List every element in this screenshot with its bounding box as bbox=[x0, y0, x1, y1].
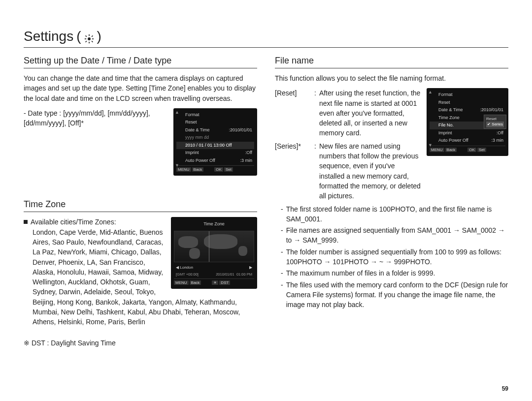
svg-rect-3 bbox=[84, 38, 86, 39]
lcd-file-format: Format bbox=[438, 92, 453, 98]
down-arrow-icon: ▼ bbox=[175, 162, 179, 169]
bullet-1: The first stored folder name is 100PHOTO… bbox=[286, 204, 508, 224]
lcd-timezone-screenshot: Time Zone ◀ London ▶ [GMT +00:00] 2010/0… bbox=[171, 217, 257, 289]
dash-icon: - bbox=[281, 225, 283, 246]
reset-definition: [Reset] : After using the reset function… bbox=[275, 88, 422, 138]
filename-bullets: -The first stored folder name is 100PHOT… bbox=[275, 204, 508, 310]
dst-note: ※ DST : Daylight Saving Time bbox=[24, 338, 257, 348]
def-colon-1: : bbox=[314, 88, 316, 138]
ok-badge-2: OK bbox=[467, 148, 476, 152]
lcd-fileno-screenshot: ▲ Format Reset Date & Time:2010/01/01 Ti… bbox=[427, 88, 508, 156]
down-arrow-icon-2: ▼ bbox=[428, 142, 432, 149]
filename-intro: This function allows you to select the f… bbox=[275, 73, 508, 83]
bullet-3: The folder number is assigned sequential… bbox=[286, 247, 508, 267]
lcd-date-set: Set bbox=[224, 167, 233, 172]
lcd-date-dt: Date & Time bbox=[185, 127, 210, 134]
lcd-file-dt: Date & Time bbox=[438, 107, 463, 114]
lcd-date-apo-val: :3 min bbox=[240, 157, 252, 164]
lcd-tz-footer: MENUBack ☀DST bbox=[174, 278, 254, 286]
svg-rect-4 bbox=[92, 38, 93, 39]
svg-rect-8 bbox=[91, 35, 93, 37]
dash-icon: - bbox=[281, 247, 283, 267]
lcd-date-apo: Auto Power Off bbox=[185, 157, 215, 164]
popup-reset: Reset bbox=[486, 116, 504, 122]
bullet-5: The files used with the memory card conf… bbox=[286, 280, 508, 310]
series-desc: New files are named using numbers that f… bbox=[319, 141, 422, 201]
svg-rect-7 bbox=[85, 41, 87, 43]
dst-badge: ☀ bbox=[212, 280, 218, 285]
lcd-tz-dst: DST bbox=[219, 280, 230, 285]
reset-term: [Reset] bbox=[275, 88, 311, 138]
series-definition: [Series]* : New files are named using nu… bbox=[275, 141, 422, 201]
lcd-date-hint: yyyy mm dd bbox=[185, 134, 209, 141]
bullet-4: The maximum number of files in a folder … bbox=[286, 268, 435, 278]
square-bullet-icon bbox=[24, 220, 28, 224]
page-title: Settings ( ) bbox=[24, 29, 508, 48]
dash-icon: - bbox=[281, 268, 283, 278]
lcd-date-edit: 2010 / 01 / 01 13:00 Off bbox=[185, 142, 232, 149]
menu-badge-2: MENU bbox=[174, 280, 189, 285]
left-column: Setting up the Date / Time / Date type Y… bbox=[24, 54, 257, 353]
lcd-tz-city: London bbox=[180, 265, 193, 270]
reset-desc: After using the reset function, the next… bbox=[319, 88, 422, 138]
lcd-tz-back: Back bbox=[190, 280, 201, 285]
lcd-date-dt-val: :2010/01/01 bbox=[229, 127, 252, 134]
lcd-file-no: File No. bbox=[438, 122, 454, 129]
ok-badge: OK bbox=[214, 167, 223, 172]
lcd-tz-time: 01:00 PM bbox=[236, 272, 252, 277]
lcd-date-imprint: Imprint bbox=[185, 150, 199, 156]
svg-rect-2 bbox=[89, 42, 90, 43]
lcd-file-footer: MENUBack OKSet bbox=[430, 146, 505, 153]
lcd-date-screenshot: ▲ Format Reset Date & Time:2010/01/01 yy… bbox=[173, 108, 257, 176]
content-columns: Setting up the Date / Time / Date type Y… bbox=[24, 54, 508, 353]
def-colon-2: : bbox=[314, 141, 316, 201]
title-text: Settings bbox=[24, 29, 73, 44]
lcd-file-back: Back bbox=[445, 148, 457, 152]
up-arrow-icon-2: ▲ bbox=[428, 89, 432, 96]
world-map-icon bbox=[174, 231, 254, 262]
dash-icon: - bbox=[281, 204, 283, 224]
title-open-paren: ( bbox=[76, 29, 81, 44]
section-date-heading: Setting up the Date / Time / Date type bbox=[24, 56, 257, 68]
popup-series: Series bbox=[492, 122, 503, 126]
title-close-paren: ) bbox=[97, 29, 101, 44]
lcd-file-dt-val: :2010/01/01 bbox=[480, 107, 503, 114]
section-tz-heading: Time Zone bbox=[24, 199, 257, 212]
section-filename-heading: File name bbox=[275, 56, 508, 68]
right-column: File name This function allows you to se… bbox=[275, 54, 508, 353]
lcd-tz-gmt: [GMT +00:00] bbox=[176, 272, 199, 277]
lcd-date-imprint-val: :Off bbox=[245, 150, 252, 156]
lcd-tz-date: 2010/01/01 bbox=[216, 272, 234, 277]
lcd-date-reset: Reset bbox=[185, 119, 197, 126]
lcd-file-apo: Auto Power Off bbox=[438, 137, 468, 144]
lcd-file-tz: Time Zone bbox=[438, 115, 460, 122]
svg-rect-6 bbox=[91, 41, 93, 43]
lcd-file-reset: Reset bbox=[438, 99, 450, 106]
lcd-file-imprint: Imprint bbox=[438, 130, 452, 137]
dash-icon: - bbox=[281, 280, 283, 310]
gear-icon bbox=[84, 31, 94, 41]
lcd-date-footer: MENUBack OKSet bbox=[176, 165, 254, 173]
lcd-date-back: Back bbox=[192, 167, 204, 172]
lcd-tz-title: Time Zone bbox=[174, 220, 254, 229]
up-arrow-icon: ▲ bbox=[175, 109, 179, 116]
series-term: [Series]* bbox=[275, 141, 311, 201]
lcd-file-popup: Reset ✔ Series bbox=[484, 115, 506, 128]
lcd-file-imprint-val: :Off bbox=[497, 130, 503, 137]
svg-point-0 bbox=[88, 37, 91, 40]
lcd-date-format: Format bbox=[185, 112, 200, 119]
date-body: You can change the date and time that th… bbox=[24, 73, 257, 103]
svg-rect-1 bbox=[89, 34, 90, 36]
bullet-2: File names are assigned sequentially fro… bbox=[286, 225, 508, 246]
lcd-file-set: Set bbox=[477, 148, 486, 152]
svg-rect-5 bbox=[85, 35, 87, 37]
date-type-label: - Date type : bbox=[24, 109, 61, 117]
page-number: 59 bbox=[502, 385, 508, 392]
lcd-file-apo-val: :3 min bbox=[491, 137, 503, 144]
cities-label: Available cities/Time Zones: bbox=[31, 218, 116, 226]
